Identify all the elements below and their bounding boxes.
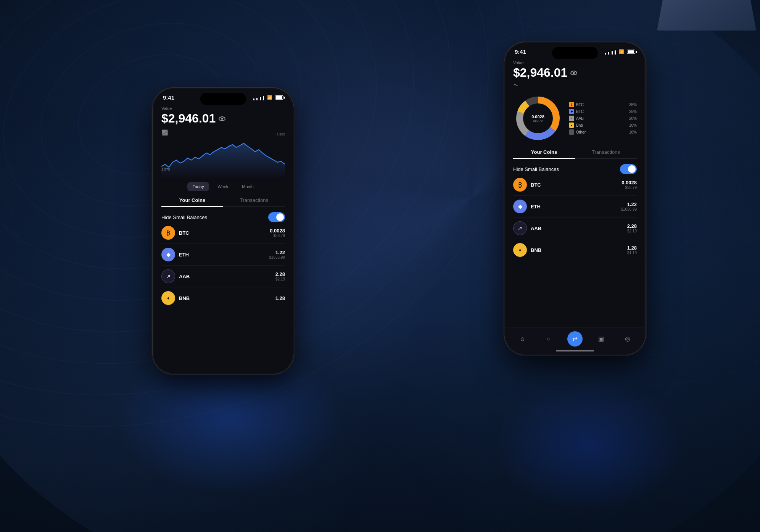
legend-dot-aab: ↗ <box>569 116 574 121</box>
eth-amount-left: 1.22 <box>269 250 285 255</box>
eye-icon-right[interactable] <box>570 71 577 75</box>
status-icons-right: 📶 <box>605 49 635 55</box>
chart-svg-left <box>161 137 285 179</box>
eth-values-right: 1.22 $1656.99 <box>621 202 637 211</box>
nav-profile[interactable]: ○ <box>541 331 556 347</box>
tabs-left: Your Coins Transactions <box>161 197 285 207</box>
trend-icon-right: 〜 <box>513 82 637 89</box>
right-phone-screen: 9:41 📶 Value <box>506 43 644 354</box>
home-indicator-right <box>556 350 594 351</box>
hide-balances-label-right: Hide Small Balances <box>513 166 559 172</box>
left-phone-screen: 9:41 📶 Value <box>154 89 293 373</box>
background <box>0 0 760 532</box>
dynamic-island-left <box>200 93 246 105</box>
swap-icon: ⇄ <box>572 335 577 342</box>
profile-icon: ○ <box>547 335 551 342</box>
time-btn-today[interactable]: Today <box>187 182 209 191</box>
aab-values-left: 2.28 $2.19 <box>275 271 285 281</box>
btc-icon-left: ₿ <box>161 226 175 240</box>
aab-name-right: AAB <box>531 226 541 231</box>
legend-pct-aab: 20% <box>629 116 637 121</box>
tab-your-coins-left[interactable]: Your Coins <box>161 197 223 207</box>
eth-name-right: ETH <box>531 204 541 210</box>
eth-values-left: 1.22 $1656.99 <box>269 250 285 260</box>
donut-amount: 0.0028 <box>531 114 544 119</box>
btc-values-left: 0.0028 $58.79 <box>270 228 285 238</box>
aab-amount-right: 2.28 <box>627 223 637 229</box>
toggle-right[interactable] <box>620 164 637 174</box>
aab-name-left: AAB <box>179 274 190 279</box>
legend-pct-bnb: 10% <box>629 123 637 127</box>
donut-section-right: 0.0028 $58.79 ₿ BTC 35% <box>513 94 637 143</box>
nav-account[interactable]: ◎ <box>620 331 635 347</box>
legend-item-bnb: ♦ Bnb 10% <box>569 122 637 129</box>
bnb-icon-left: ♦ <box>161 291 175 305</box>
legend-pct-other: 10% <box>629 130 637 134</box>
status-time-right: 9:41 <box>515 48 526 55</box>
eth-amount-right: 1.22 <box>621 202 637 207</box>
eye-icon-left[interactable] <box>219 116 225 121</box>
tabs-right: Your Coins Transactions <box>513 149 637 159</box>
nav-swap[interactable]: ⇄ <box>567 331 583 347</box>
bnb-values-right: 1.28 $1.19 <box>627 245 637 255</box>
bnb-values-left: 1.28 <box>275 295 285 301</box>
eth-icon-right: ◆ <box>513 200 527 213</box>
btc-name-right: BTC <box>531 182 541 188</box>
donut-center: 0.0028 $58.79 <box>531 114 544 123</box>
tab-transactions-left[interactable]: Transactions <box>223 197 285 206</box>
coin-item-aab-right: ↗ AAB 2.28 $2.19 <box>513 218 637 239</box>
eth-usd-right: $1656.99 <box>621 207 637 211</box>
toggle-knob-right <box>628 165 636 173</box>
time-btn-week[interactable]: Week <box>212 182 233 191</box>
btc-usd-left: $58.79 <box>270 234 285 238</box>
tab-transactions-right[interactable]: Transactions <box>575 149 637 158</box>
legend-item-btc: ₿ BTC 35% <box>569 101 637 108</box>
btc-icon-right: ₿ <box>513 178 527 192</box>
legend-name-btc: BTC <box>576 103 584 107</box>
nav-wallet[interactable]: ▣ <box>594 331 609 347</box>
aab-icon-right: ↗ <box>513 221 527 235</box>
value-label-right: Value <box>513 60 637 65</box>
svg-rect-0 <box>0 0 760 532</box>
time-btn-month[interactable]: Month <box>237 182 259 191</box>
nav-home[interactable]: ⌂ <box>515 331 530 347</box>
coin-item-bnb-right: ♦ BNB 1.28 $1.19 <box>513 239 637 261</box>
toggle-knob-left <box>276 213 284 221</box>
right-screen-content: Value $2,946.01 〜 <box>506 57 644 354</box>
wifi-icon-right: 📶 <box>619 49 624 54</box>
legend-pct-eth: 25% <box>629 110 637 114</box>
value-label-left: Value <box>161 106 285 111</box>
left-phone-shell: 9:41 📶 Value <box>153 88 294 374</box>
donut-usd: $58.79 <box>531 119 544 123</box>
donut-chart: 0.0028 $58.79 <box>513 94 563 143</box>
coin-item-btc-left: ₿ BTC 0.0028 $58.79 <box>161 222 285 244</box>
toggle-left[interactable] <box>268 212 285 222</box>
aab-usd-left: $2.19 <box>275 277 285 281</box>
left-screen-content: Value $2,946.01 📈 4,900 2,875 <box>154 103 293 373</box>
hide-balances-label-left: Hide Small Balances <box>161 214 207 220</box>
battery-icon-right <box>627 50 635 54</box>
account-icon: ◎ <box>625 335 630 342</box>
tab-your-coins-right[interactable]: Your Coins <box>513 149 575 159</box>
bnb-usd-right: $1.19 <box>627 251 637 255</box>
legend: ₿ BTC 35% ◆ BTC 25% <box>569 101 637 135</box>
signal-icon-left <box>253 95 264 100</box>
wallet-icon: ▣ <box>598 335 604 342</box>
coins-list-right: ₿ BTC 0.0028 $58.79 ◆ ETH 1.22 $1656.99 <box>513 174 637 262</box>
hide-balances-row-right: Hide Small Balances <box>513 164 637 174</box>
legend-pct-btc: 35% <box>629 103 637 107</box>
eth-usd-left: $1656.99 <box>269 255 285 260</box>
legend-item-eth: ◆ BTC 25% <box>569 108 637 115</box>
legend-dot-bnb: ♦ <box>569 123 574 128</box>
right-phone-shell: 9:41 📶 Value <box>504 42 646 355</box>
legend-dot-other <box>569 129 574 135</box>
coin-item-btc-right: ₿ BTC 0.0028 $58.79 <box>513 174 637 196</box>
coin-item-bnb-left: ♦ BNB 1.28 <box>161 287 285 309</box>
chart-area-left: 📈 4,900 2,875 <box>161 129 285 179</box>
legend-name-eth: BTC <box>576 110 584 114</box>
btc-amount-right: 0.0028 <box>622 180 637 185</box>
bnb-icon-right: ♦ <box>513 243 527 257</box>
aab-usd-right: $2.19 <box>627 229 637 233</box>
eth-icon-left: ◆ <box>161 248 175 261</box>
bnb-amount-right: 1.28 <box>627 245 637 251</box>
